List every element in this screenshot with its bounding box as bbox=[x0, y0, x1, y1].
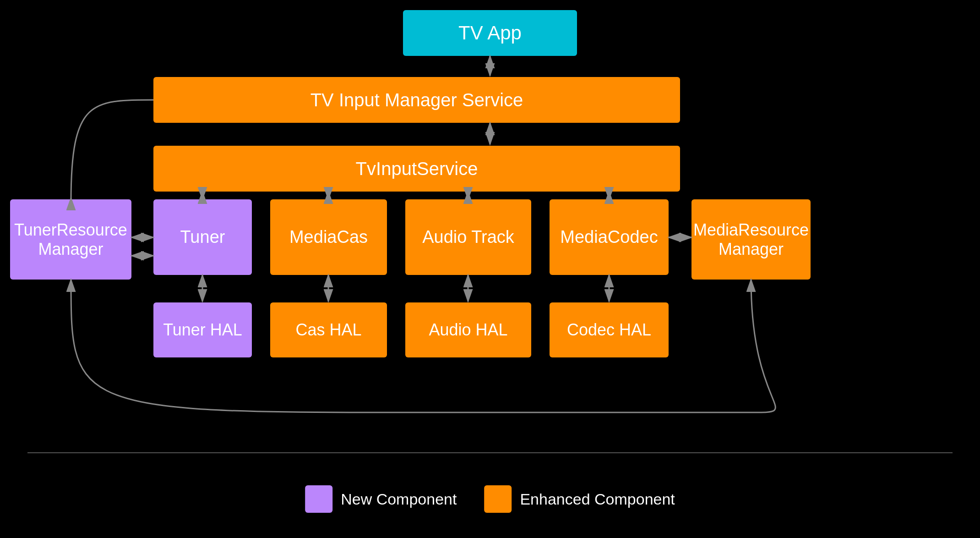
mediacas-box: MediaCas bbox=[270, 199, 387, 275]
legend-new-component: New Component bbox=[305, 485, 457, 513]
tuner-resource-box: TunerResource Manager bbox=[10, 199, 131, 280]
mediacodec-box: MediaCodec bbox=[550, 199, 669, 275]
legend-purple-box bbox=[305, 485, 332, 513]
legend-divider bbox=[27, 452, 953, 453]
legend-enhanced-component: Enhanced Component bbox=[484, 485, 675, 513]
legend: New Component Enhanced Component bbox=[305, 485, 675, 513]
audio-hal-box: Audio HAL bbox=[405, 302, 531, 357]
tv-input-manager-box: TV Input Manager Service bbox=[153, 77, 680, 123]
legend-enhanced-label: Enhanced Component bbox=[520, 490, 675, 508]
tv-app-box: TV App bbox=[403, 10, 577, 56]
tv-input-service-box: TvInputService bbox=[153, 146, 680, 192]
tuner-box: Tuner bbox=[153, 199, 252, 275]
diagram-container: TV App TV Input Manager Service TvInputS… bbox=[0, 0, 980, 538]
tuner-hal-box: Tuner HAL bbox=[153, 302, 252, 357]
cas-hal-box: Cas HAL bbox=[270, 302, 387, 357]
codec-hal-box: Codec HAL bbox=[550, 302, 669, 357]
legend-new-label: New Component bbox=[341, 490, 457, 508]
media-resource-box: MediaResource Manager bbox=[691, 199, 811, 280]
legend-orange-box bbox=[484, 485, 512, 513]
audio-track-box: Audio Track bbox=[405, 199, 531, 275]
